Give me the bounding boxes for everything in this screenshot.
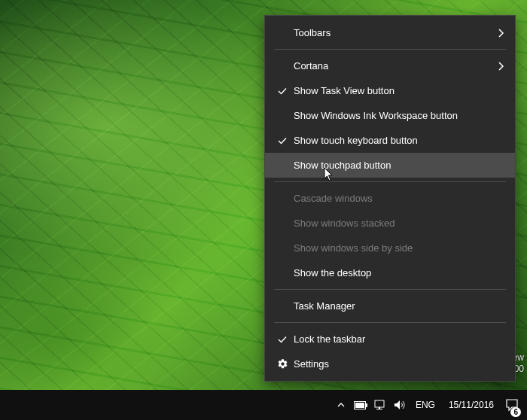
menu-item-show-windows-stacked: Show windows stacked (265, 211, 515, 236)
tray-volume-icon[interactable] (390, 390, 410, 420)
tray-chevron-up-icon[interactable] (331, 390, 351, 420)
menu-separator (274, 289, 506, 290)
menu-item-label: Show the desktop (292, 267, 504, 278)
menu-item-label: Cortana (292, 60, 492, 72)
empty-icon (273, 242, 292, 254)
checkmark-icon (273, 85, 292, 97)
menu-item-toolbars[interactable]: Toolbars (265, 20, 515, 45)
menu-item-label: Task Manager (292, 300, 504, 312)
menu-item-label: Toolbars (292, 27, 492, 38)
svg-rect-1 (366, 403, 367, 407)
checkmark-icon (273, 333, 292, 345)
action-center-badge: 6 (510, 407, 521, 417)
menu-separator (274, 322, 506, 323)
taskbar[interactable]: ENG 15/11/2016 6 (0, 390, 527, 420)
empty-icon (273, 110, 292, 122)
svg-rect-5 (376, 409, 382, 409)
tray-clock[interactable]: 15/11/2016 (441, 390, 501, 420)
tray-language-label: ENG (416, 400, 435, 410)
chevron-right-icon (492, 62, 504, 71)
taskbar-context-menu: Toolbars Cortana Show Task View button S… (264, 15, 516, 382)
empty-icon (273, 160, 292, 172)
menu-item-label: Cascade windows (292, 193, 504, 204)
menu-item-settings[interactable]: Settings (265, 352, 515, 376)
menu-item-label: Show windows side by side (292, 242, 504, 254)
menu-item-lock-taskbar[interactable]: Lock the taskbar (265, 327, 515, 352)
tray-date: 15/11/2016 (449, 400, 494, 410)
empty-icon (273, 300, 292, 312)
menu-item-label: Show touch keyboard button (292, 135, 504, 146)
menu-item-show-task-view[interactable]: Show Task View button (265, 78, 515, 103)
empty-icon (273, 193, 292, 205)
menu-item-label: Settings (292, 358, 504, 370)
tray-language[interactable]: ENG (410, 390, 441, 420)
svg-rect-4 (379, 407, 380, 409)
empty-icon (273, 27, 292, 39)
svg-rect-2 (355, 403, 364, 408)
menu-item-show-ink-workspace[interactable]: Show Windows Ink Workspace button (265, 103, 515, 128)
menu-separator (274, 49, 506, 50)
empty-icon (273, 218, 292, 230)
checkmark-icon (273, 135, 292, 147)
empty-icon (273, 60, 292, 72)
menu-item-label: Lock the taskbar (292, 333, 504, 345)
menu-item-cortana[interactable]: Cortana (265, 53, 515, 78)
tray-battery-icon[interactable] (351, 390, 370, 420)
menu-item-label: Show windows stacked (292, 218, 504, 229)
menu-item-show-the-desktop[interactable]: Show the desktop (265, 260, 515, 285)
menu-item-task-manager[interactable]: Task Manager (265, 294, 515, 318)
tray-action-center[interactable]: 6 (501, 390, 522, 420)
menu-item-show-windows-side-by-side: Show windows side by side (265, 236, 515, 260)
menu-item-show-touch-keyboard[interactable]: Show touch keyboard button (265, 128, 515, 153)
chevron-right-icon (492, 29, 504, 38)
menu-item-label: Show Task View button (292, 85, 504, 96)
svg-rect-3 (375, 400, 384, 407)
gear-icon (273, 358, 292, 370)
menu-item-cascade-windows: Cascade windows (265, 186, 515, 211)
tray-network-icon[interactable] (370, 390, 390, 420)
menu-item-label: Show Windows Ink Workspace button (292, 110, 504, 121)
menu-item-label: Show touchpad button (292, 160, 504, 171)
menu-item-show-touchpad[interactable]: Show touchpad button (265, 153, 515, 178)
menu-separator (274, 181, 506, 182)
empty-icon (273, 267, 292, 279)
